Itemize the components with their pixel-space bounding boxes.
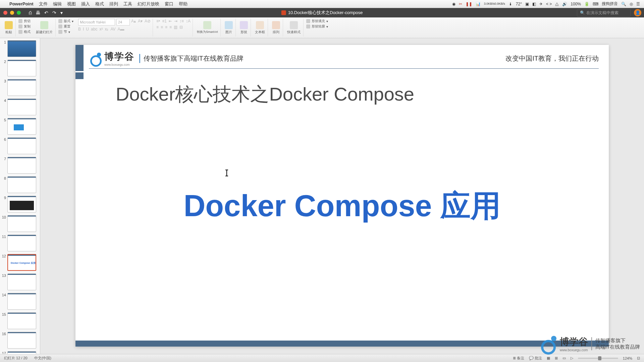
grow-font-icon[interactable]: A▴ — [131, 19, 136, 25]
menu-format[interactable]: 格式 — [95, 1, 104, 7]
thumbnail-row[interactable]: 5 — [1, 118, 39, 135]
slide-thumbnail-11[interactable] — [7, 235, 36, 251]
align-center-icon[interactable]: ≡ — [161, 25, 163, 29]
align-left-icon[interactable]: ≡ — [156, 25, 159, 29]
slide-counter[interactable]: 幻灯片 12 / 20 — [4, 356, 28, 361]
tray-icon1[interactable]: ▣ — [525, 2, 529, 6]
menu-window[interactable]: 窗口 — [165, 1, 173, 7]
columns-icon[interactable]: ▥ — [174, 25, 177, 29]
fit-icon[interactable]: ⊡ — [637, 356, 640, 360]
thumbnail-row[interactable]: 17 — [1, 351, 39, 354]
normal-view-icon[interactable]: ▦ — [547, 356, 550, 360]
thumbnail-row[interactable]: 13 — [1, 274, 39, 290]
sorter-view-icon[interactable]: ⊞ — [555, 356, 558, 360]
slide-thumbnail-3[interactable] — [7, 79, 36, 96]
shapes-group[interactable]: 形状 — [237, 19, 251, 37]
align-text-icon[interactable]: ⊟ — [179, 25, 183, 29]
stats-icon[interactable]: 📊 — [476, 2, 481, 6]
thumbnail-row[interactable]: 16 — [1, 332, 39, 349]
slide-canvas-area[interactable]: 博学谷 www.boxuegu.com 传智播客旗下高端IT在线教育品牌 改变中… — [40, 38, 644, 354]
picture-group[interactable]: 图片 — [222, 19, 236, 37]
language-indicator[interactable]: 中文(中国) — [34, 356, 51, 361]
slide-thumbnail-9[interactable] — [7, 196, 36, 213]
textdir-icon[interactable]: ↕A — [186, 19, 191, 23]
font-selector[interactable] — [78, 19, 115, 25]
format-painter-button[interactable]: 格式 — [18, 29, 31, 34]
outdent-icon[interactable]: ⇤ — [169, 19, 172, 23]
subscript-icon[interactable]: x₂ — [105, 27, 108, 32]
ime-label[interactable]: 搜狗拼音 — [602, 1, 618, 7]
menu-slideshow[interactable]: 幻灯片放映 — [138, 1, 159, 7]
tray-icon2[interactable]: ◧ — [532, 2, 536, 6]
thumbnail-row[interactable]: 1 — [1, 40, 39, 57]
thumbnail-row[interactable]: 2 — [1, 60, 39, 76]
italic-icon[interactable]: I — [83, 27, 84, 32]
paste-group[interactable]: 粘贴 — [2, 19, 16, 37]
bullets-icon[interactable]: ≡• — [156, 19, 160, 23]
slide-thumbnail-13[interactable] — [7, 274, 36, 290]
wifi-icon[interactable]: ⧋ — [555, 2, 559, 6]
thumbnail-row[interactable]: 11 — [1, 235, 39, 251]
battery-icon[interactable]: 🔋 — [584, 2, 589, 6]
thumbnail-row[interactable]: 3 — [1, 79, 39, 96]
ime-icon[interactable]: ⌨ — [593, 2, 598, 6]
menu-insert[interactable]: 插入 — [81, 1, 90, 7]
clear-format-icon[interactable]: A⊘ — [145, 19, 151, 25]
maximize-button[interactable] — [17, 11, 21, 15]
copy-button[interactable]: 复制 — [18, 24, 31, 29]
slide-thumbnails-panel[interactable]: 123456789101112Docker Compose 应用13141516… — [0, 38, 40, 354]
slide-thumbnail-2[interactable] — [7, 60, 36, 76]
slide-thumbnail-10[interactable] — [7, 215, 36, 232]
qat-custom-icon[interactable]: ▾ — [60, 10, 63, 15]
quickstyle-group[interactable]: 快速样式 — [284, 19, 304, 37]
superscript-icon[interactable]: x² — [99, 27, 103, 32]
justify-icon[interactable]: ≡ — [169, 25, 172, 29]
slide-thumbnail-6[interactable] — [7, 137, 36, 154]
shapefill-button[interactable]: 形状填充 ▾ — [306, 19, 328, 23]
app-name[interactable]: PowerPoint — [9, 1, 34, 6]
spotlight-icon[interactable]: 🔍 — [621, 2, 626, 6]
spacing-icon[interactable]: AV — [110, 27, 115, 32]
slide-thumbnail-15[interactable] — [7, 312, 36, 329]
zoom-slider[interactable] — [578, 358, 618, 359]
thumbnail-row[interactable]: 12Docker Compose 应用 — [1, 254, 39, 271]
current-slide[interactable]: 博学谷 www.boxuegu.com 传智播客旗下高端IT在线教育品牌 改变中… — [75, 45, 609, 347]
shapeoutline-button[interactable]: 形状轮廓 ▾ — [306, 24, 328, 29]
slide-thumbnail-14[interactable] — [7, 293, 36, 310]
textbox-group[interactable]: 文本框 — [252, 19, 268, 37]
slide-thumbnail-12[interactable]: Docker Compose 应用 — [7, 254, 36, 271]
thumbnail-row[interactable]: 6 — [1, 137, 39, 154]
slide-thumbnail-5[interactable] — [7, 118, 36, 135]
siri-icon[interactable]: ◎ — [630, 2, 633, 6]
thumbnail-row[interactable]: 14 — [1, 293, 39, 310]
layout-button[interactable]: 版式 ▾ — [58, 19, 73, 23]
menu-file[interactable]: 文件 — [39, 1, 48, 7]
align-right-icon[interactable]: ≡ — [165, 25, 167, 29]
shrink-font-icon[interactable]: A▾ — [138, 19, 143, 25]
section-button[interactable]: 节 ▾ — [58, 29, 73, 34]
strike-icon[interactable]: abc — [91, 27, 97, 32]
thumbnail-row[interactable]: 7 — [1, 157, 39, 174]
slide-main-text[interactable]: Docker Compose 应用 — [75, 186, 609, 227]
search-box[interactable]: 🔍 在演示文稿中搜索 — [577, 9, 631, 17]
qat-print-icon[interactable]: 🖶 — [36, 10, 40, 15]
linespacing-icon[interactable]: ↕≡ — [179, 19, 184, 23]
volume-icon[interactable]: 🔊 — [562, 2, 567, 6]
size-selector[interactable] — [116, 19, 130, 25]
airplane-icon[interactable]: ✈ — [539, 2, 543, 6]
cut-button[interactable]: 剪切 — [18, 19, 31, 23]
menu-icon[interactable]: ☰ — [636, 2, 640, 6]
close-button[interactable] — [3, 11, 7, 15]
slide-thumbnail-1[interactable] — [7, 40, 36, 57]
arrange-group[interactable]: 排列 — [269, 19, 283, 37]
thumbnail-row[interactable]: 4 — [1, 99, 39, 115]
slide-thumbnail-16[interactable] — [7, 332, 36, 349]
qat-undo-icon[interactable]: ↶ — [44, 10, 48, 15]
newslide-group[interactable]: 新建幻灯片 — [33, 19, 56, 37]
slide-thumbnail-8[interactable] — [7, 176, 36, 193]
smartart-group[interactable]: 转换为SmartArt — [194, 19, 221, 37]
slide-title[interactable]: Docker核心技术之Docker Compose — [116, 82, 414, 107]
temp-icon[interactable]: 🌡 — [508, 2, 513, 6]
menu-arrange[interactable]: 排列 — [109, 1, 118, 7]
thumbnail-row[interactable]: 15 — [1, 312, 39, 329]
